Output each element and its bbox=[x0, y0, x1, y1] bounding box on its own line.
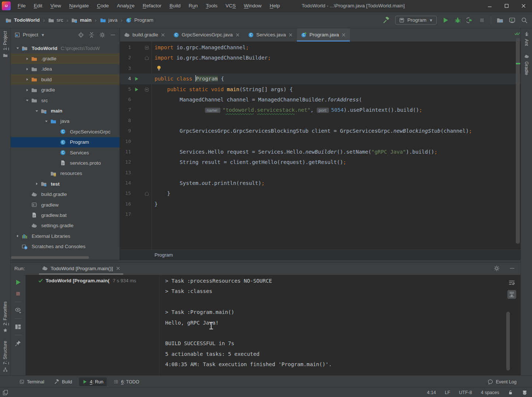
soft-wrap-icon[interactable] bbox=[508, 279, 515, 286]
tree-item-services-proto[interactable]: services.proto bbox=[11, 158, 120, 168]
minimize-icon[interactable] bbox=[481, 0, 498, 12]
tab-program-java[interactable]: CProgram.java bbox=[297, 28, 350, 42]
line-ending[interactable]: LF bbox=[445, 390, 450, 395]
notification-face-icon[interactable] bbox=[522, 390, 528, 396]
hide-panel-icon[interactable] bbox=[110, 32, 116, 38]
tree-item-settings-gradle[interactable]: settings.gradle bbox=[11, 221, 120, 231]
tree-item-java[interactable]: java bbox=[11, 116, 120, 126]
tree-item-gradlew-bat[interactable]: gradlew.bat bbox=[11, 210, 120, 220]
stripe-button-1-project[interactable]: 1: Project bbox=[3, 31, 8, 58]
intention-bulb-icon[interactable] bbox=[156, 65, 162, 71]
menu-item-help[interactable]: Help bbox=[266, 0, 284, 12]
menu-item-tools[interactable]: Tools bbox=[202, 0, 222, 12]
indent-setting[interactable]: 4 spaces bbox=[481, 390, 499, 395]
chevron-right-icon[interactable] bbox=[23, 77, 31, 82]
build-project-icon[interactable] bbox=[383, 17, 390, 24]
tree-item-todoworld[interactable]: TodoWorldC:\projects\TodoW bbox=[11, 43, 120, 53]
debug-button[interactable] bbox=[454, 17, 461, 24]
editor-line-1[interactable]: 1import io.grpc.ManagedChannel; bbox=[120, 42, 521, 53]
menu-item-code[interactable]: Code bbox=[93, 0, 113, 12]
fold-collapse-icon[interactable] bbox=[145, 45, 149, 50]
menu-item-analyze[interactable]: Analyze bbox=[113, 0, 139, 12]
chevron-right-icon[interactable] bbox=[14, 234, 22, 238]
breadcrumb-item-program[interactable]: CProgram bbox=[125, 17, 154, 24]
console-scrollbar[interactable] bbox=[506, 312, 510, 371]
collapse-all-icon[interactable] bbox=[89, 32, 95, 38]
editor-scrollbar[interactable] bbox=[516, 38, 520, 244]
tab-grpcservicesgrpc-java[interactable]: CGrpcServicesGrpc.java bbox=[169, 28, 244, 42]
breadcrumb-item-java[interactable]: java bbox=[99, 17, 118, 24]
breadcrumb-item-src[interactable]: src bbox=[47, 17, 64, 24]
run-dashboard-icon[interactable] bbox=[509, 17, 515, 24]
tree-item-scratches-and-consoles[interactable]: Scratches and Consoles bbox=[11, 241, 120, 251]
gear-icon[interactable] bbox=[494, 265, 500, 271]
breadcrumb-item-main[interactable]: main bbox=[71, 17, 92, 24]
tree-item-build[interactable]: build bbox=[11, 74, 120, 85]
fold-end-icon[interactable] bbox=[145, 56, 149, 60]
tool-window-switcher-icon[interactable] bbox=[3, 390, 8, 396]
run-line-icon[interactable] bbox=[134, 87, 139, 92]
run-tab[interactable]: TodoWorld [Program.main()] bbox=[39, 262, 123, 275]
tree-item-external-libraries[interactable]: External Libraries bbox=[11, 231, 120, 241]
toolwindow-button-build[interactable]: Build bbox=[51, 378, 75, 386]
caret-position[interactable]: 4:14 bbox=[427, 390, 436, 395]
editor-line-9[interactable]: 9 GrpcServicesGrpc.GrpcServicesBlockingS… bbox=[120, 126, 521, 136]
editor-line-14[interactable]: 14 System.out.println(result); bbox=[120, 178, 521, 188]
restore-layout-icon[interactable] bbox=[15, 323, 21, 330]
editor-line-17[interactable]: 17 bbox=[120, 209, 521, 219]
editor[interactable]: 1import io.grpc.ManagedChannel;2import i… bbox=[120, 42, 521, 250]
toolwindow-button-4-run[interactable]: 4: Run bbox=[79, 378, 107, 386]
menu-item-view[interactable]: View bbox=[46, 0, 65, 12]
inspections-ok-icon[interactable] bbox=[514, 31, 520, 36]
run-console[interactable]: > Task :processResources NO-SOURCE> Task… bbox=[159, 275, 521, 376]
tree-item-test[interactable]: test bbox=[11, 179, 120, 189]
search-everywhere-icon[interactable] bbox=[521, 17, 528, 24]
fold-end-icon[interactable] bbox=[145, 191, 149, 196]
menu-item-window[interactable]: Window bbox=[240, 0, 266, 12]
chevron-down-icon[interactable] bbox=[14, 46, 22, 50]
fold-collapse-icon[interactable] bbox=[145, 87, 149, 92]
menu-item-navigate[interactable]: Navigate bbox=[65, 0, 93, 12]
tab-services-java[interactable]: CServices.java bbox=[244, 28, 297, 42]
chevron-down-icon[interactable] bbox=[42, 119, 50, 124]
editor-line-5[interactable]: 5 public static void main(String[] args)… bbox=[120, 84, 521, 94]
pin-tab-icon[interactable] bbox=[15, 340, 21, 347]
chevron-down-icon[interactable] bbox=[23, 98, 31, 103]
tree-item-services[interactable]: CServices bbox=[11, 147, 120, 158]
stripe-button-ant[interactable]: Ant bbox=[524, 32, 529, 46]
file-encoding[interactable]: UTF-8 bbox=[459, 390, 472, 395]
rerun-button[interactable] bbox=[15, 279, 21, 286]
gear-icon[interactable] bbox=[99, 32, 105, 38]
editor-line-7[interactable]: 7 name:"todoworld.servicestack.net", por… bbox=[120, 105, 521, 115]
tree-item-gradle[interactable]: gradle bbox=[11, 85, 120, 95]
scroll-to-end-icon[interactable] bbox=[507, 290, 516, 299]
editor-line-2[interactable]: 2import io.grpc.ManagedChannelBuilder; bbox=[120, 53, 521, 63]
run-button[interactable] bbox=[442, 17, 449, 24]
menu-item-file[interactable]: File bbox=[14, 0, 30, 12]
editor-line-16[interactable]: 16} bbox=[120, 199, 521, 209]
stripe-button-7-structure[interactable]: 7: Structure bbox=[3, 341, 8, 372]
toolwindow-button-terminal[interactable]: Terminal bbox=[16, 378, 47, 386]
breadcrumb-item-todoworld[interactable]: TodoWorld bbox=[5, 17, 40, 24]
locate-file-icon[interactable] bbox=[78, 32, 84, 38]
tree-item-gradlew[interactable]: gradlew bbox=[11, 200, 120, 210]
menu-item-build[interactable]: Build bbox=[166, 0, 185, 12]
close-icon[interactable] bbox=[116, 266, 120, 271]
tab-build-gradle[interactable]: build.gradle bbox=[120, 28, 169, 42]
horizontal-scrollbar[interactable] bbox=[11, 256, 89, 259]
close-icon[interactable] bbox=[515, 0, 532, 12]
chevron-right-icon[interactable] bbox=[23, 67, 31, 71]
tree-item-src[interactable]: src bbox=[11, 95, 120, 105]
chevron-right-icon[interactable] bbox=[23, 57, 31, 61]
stripe-button-2-favorites[interactable]: 2: Favorites bbox=[3, 301, 8, 333]
tree-item-program[interactable]: CProgram bbox=[11, 137, 120, 147]
maximize-icon[interactable] bbox=[498, 0, 515, 12]
stop-button[interactable] bbox=[479, 17, 485, 24]
editor-breadcrumb-item[interactable]: Program bbox=[155, 252, 173, 258]
horizontal-splitter[interactable] bbox=[11, 260, 521, 262]
editor-line-4[interactable]: 4public class Program { bbox=[120, 74, 521, 84]
event-log-button[interactable]: Event Log bbox=[487, 379, 517, 385]
close-icon[interactable] bbox=[161, 33, 165, 37]
editor-line-12[interactable]: 12 String result = client.getHello(reque… bbox=[120, 157, 521, 167]
close-icon[interactable] bbox=[235, 33, 240, 37]
